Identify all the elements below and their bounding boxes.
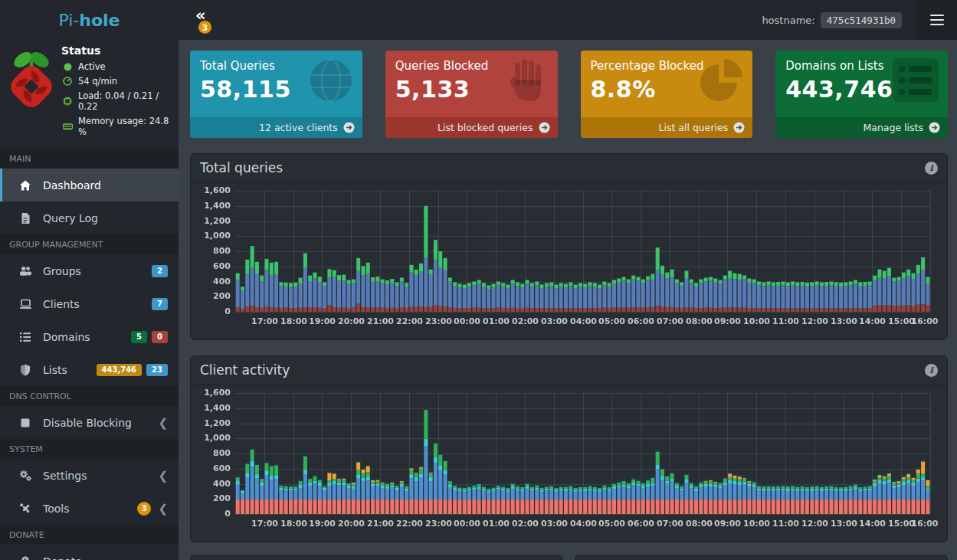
pihole-logo xyxy=(6,44,57,141)
sidebar-item-label: Groups xyxy=(34,265,147,277)
hamburger-icon xyxy=(930,15,944,17)
sidebar-item-donate[interactable]: $ Donate xyxy=(0,545,179,560)
hostname-label: hostname: xyxy=(762,15,814,26)
domains-allowed-badge: 5 xyxy=(131,331,147,343)
sidebar-item-label: Settings xyxy=(34,470,151,482)
domains-denied-badge: 0 xyxy=(152,331,168,343)
sidebar-item-label: Tools xyxy=(34,503,133,515)
sidebar-item-disable-blocking[interactable]: Disable Blocking ❮ xyxy=(0,406,179,439)
info-icon[interactable]: i xyxy=(925,162,938,175)
card-value: 8.8% xyxy=(591,76,743,103)
sidebar-item-label: Domains xyxy=(34,331,126,343)
users-icon xyxy=(17,265,34,277)
chevron-left-icon: ❮ xyxy=(158,416,168,430)
brand-prefix: Pi- xyxy=(58,11,79,30)
chevron-left-icon: ❮ xyxy=(158,502,168,516)
brand: Pi-hole xyxy=(0,0,179,40)
card-title: Total Queries xyxy=(200,59,352,73)
card-footer-link[interactable]: List all queries xyxy=(581,117,753,138)
collapse-badge: 3 xyxy=(198,21,211,34)
sidebar-item-groups[interactable]: Groups 2 xyxy=(0,254,179,287)
sidebar-item-tools[interactable]: Tools 3 ❮ xyxy=(0,492,179,525)
topbar: « 3 hostname: 475c514931b0 xyxy=(179,0,957,40)
status-active-label: Active xyxy=(78,61,106,72)
info-icon[interactable]: i xyxy=(925,364,938,377)
shield-icon xyxy=(17,364,34,376)
card-total-queries: Total Queries 58,115 12 active clients xyxy=(190,51,362,138)
clients-count-badge: 7 xyxy=(152,298,168,310)
status-memory-label: Memory usage: 24.8 % xyxy=(78,116,172,137)
groups-count-badge: 2 xyxy=(152,265,168,277)
svg-text:$: $ xyxy=(24,557,28,560)
section-dns-control: DNS CONTROL xyxy=(0,386,179,406)
card-domains-on-lists: Domains on Lists 443,746 Manage lists xyxy=(775,51,948,138)
card-queries-blocked: Queries Blocked 5,133 List blocked queri… xyxy=(385,51,558,138)
lists-count-badge: 23 xyxy=(146,364,168,376)
status-rate-label: 54 q/min xyxy=(78,76,117,87)
wrench-icon xyxy=(17,503,34,515)
card-title: Percentage Blocked xyxy=(591,59,743,73)
raspberry-icon xyxy=(8,47,55,118)
section-main: MAIN xyxy=(0,149,179,169)
card-footer-link[interactable]: 12 active clients xyxy=(190,117,362,138)
sidebar-item-label: Query Log xyxy=(34,212,168,224)
arrow-circle-icon xyxy=(343,122,355,133)
hostname-value: 475c514931b0 xyxy=(821,12,902,28)
donate-icon: $ xyxy=(17,555,34,560)
sidebar-item-label: Clients xyxy=(34,298,147,310)
sidebar-item-domains[interactable]: Domains 5 0 xyxy=(0,320,179,353)
lists-domains-badge: 443,746 xyxy=(97,364,143,376)
client-activity-chart[interactable] xyxy=(200,387,938,537)
app-root: Pi-hole Status Active 54 q/ xyxy=(0,0,957,560)
memory-icon xyxy=(61,123,74,131)
status-load-label: Load: 0.04 / 0.21 / 0.22 xyxy=(78,90,172,112)
main-area: « 3 hostname: 475c514931b0 Tota xyxy=(179,0,957,560)
next-panels-row xyxy=(190,555,948,560)
status-dot-icon xyxy=(61,63,74,71)
stop-icon xyxy=(17,418,34,428)
arrow-circle-icon xyxy=(733,122,745,133)
section-system: SYSTEM xyxy=(0,439,179,459)
card-value: 5,133 xyxy=(395,76,548,103)
panel-title: Client activity xyxy=(200,362,290,378)
home-icon xyxy=(17,179,34,192)
panel-total-queries: Total queries i xyxy=(190,153,948,340)
sidebar-collapse-button[interactable]: « 3 xyxy=(195,5,218,35)
cpu-icon xyxy=(61,97,74,106)
list-icon xyxy=(17,332,34,342)
card-percentage-blocked: Percentage Blocked 8.8% List all queries xyxy=(581,51,753,138)
sidebar-item-label: Donate xyxy=(34,555,168,560)
card-title: Domains on Lists xyxy=(785,59,938,73)
content: Total Queries 58,115 12 active clients Q… xyxy=(179,40,957,560)
sidebar-item-settings[interactable]: Settings ❮ xyxy=(0,459,179,492)
summary-cards: Total Queries 58,115 12 active clients Q… xyxy=(190,51,948,138)
card-footer-link[interactable]: List blocked queries xyxy=(385,117,558,138)
chevron-left-icon: ❮ xyxy=(158,469,168,483)
panel-header: Client activity i xyxy=(191,356,947,385)
card-title: Queries Blocked xyxy=(395,59,548,73)
sidebar-nav: MAIN Dashboard Query Log GROUP MANAGEMEN… xyxy=(0,149,179,560)
tools-alert-badge: 3 xyxy=(137,502,151,516)
status-title: Status xyxy=(61,44,172,57)
hamburger-menu-button[interactable] xyxy=(916,0,957,40)
arrow-circle-icon xyxy=(929,122,940,133)
panel-title: Total queries xyxy=(200,160,283,175)
panel-client-activity: Client activity i xyxy=(190,355,948,542)
card-footer-link[interactable]: Manage lists xyxy=(775,117,948,138)
status-box: Status Active 54 q/min Load: 0.04 / 0.21… xyxy=(0,40,179,149)
panel-stub-right xyxy=(575,555,948,560)
gears-icon xyxy=(17,470,34,482)
sidebar-item-label: Lists xyxy=(34,364,92,376)
total-queries-chart[interactable] xyxy=(200,185,938,335)
brand-suffix: hole xyxy=(79,11,120,30)
sidebar-item-dashboard[interactable]: Dashboard xyxy=(0,169,179,201)
laptop-icon xyxy=(17,299,34,309)
sidebar-item-query-log[interactable]: Query Log xyxy=(0,201,179,234)
sidebar-item-lists[interactable]: Lists 443,746 23 xyxy=(0,353,179,386)
sidebar-item-clients[interactable]: Clients 7 xyxy=(0,287,179,320)
file-icon xyxy=(17,212,34,224)
panel-stub-left xyxy=(190,555,563,560)
card-value: 443,746 xyxy=(785,76,938,103)
hostname: hostname: 475c514931b0 xyxy=(762,12,902,28)
sidebar: Pi-hole Status Active 54 q/ xyxy=(0,0,179,560)
